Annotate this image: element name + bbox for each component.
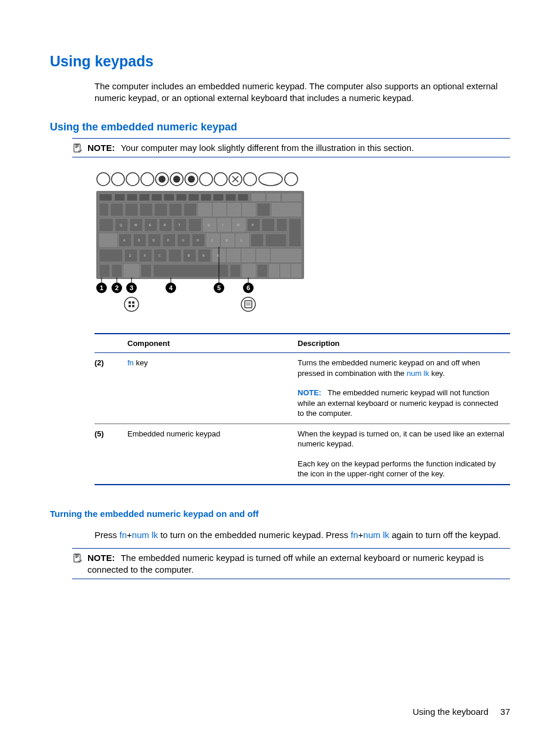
footer-page-number: 37	[500, 707, 510, 717]
svg-point-11	[244, 173, 257, 186]
table-header-description: Description	[294, 334, 510, 353]
row2-desc2: Each key on the keypad performs the func…	[294, 454, 510, 485]
svg-rect-60	[99, 234, 117, 247]
svg-rect-18	[99, 194, 112, 201]
note-content-2: NOTE:The embedded numeric keypad is turn…	[87, 552, 510, 575]
row1-desc1: Turns the embedded numeric keypad on and…	[294, 353, 510, 384]
svg-rect-33	[99, 203, 109, 216]
svg-rect-58	[276, 219, 287, 231]
svg-rect-38	[169, 203, 182, 216]
svg-rect-138	[129, 301, 131, 304]
svg-rect-30	[252, 194, 265, 201]
svg-rect-80	[227, 249, 240, 262]
row1-component: fn key	[124, 353, 294, 384]
row2-component: Embedded numeric keypad	[124, 424, 294, 454]
note-text-1: Your computer may look slightly differen…	[121, 143, 414, 153]
svg-rect-45	[272, 203, 301, 216]
svg-text:4: 4	[169, 284, 173, 291]
svg-text:2: 2	[115, 284, 119, 291]
note-icon	[72, 553, 83, 563]
svg-rect-81	[242, 249, 255, 262]
svg-rect-37	[154, 203, 167, 216]
svg-rect-31	[267, 194, 280, 201]
svg-rect-141	[132, 305, 134, 307]
svg-rect-57	[262, 219, 275, 231]
table-row: (2) fn key Turns the embedded numeric ke…	[95, 353, 510, 384]
svg-rect-24	[176, 194, 187, 201]
svg-text:I: I	[222, 223, 223, 227]
svg-point-3	[126, 173, 139, 186]
svg-rect-85	[112, 264, 122, 277]
svg-rect-19	[114, 194, 125, 201]
svg-text:U: U	[208, 223, 210, 227]
keyboard-illustration: QWER TUIOP ASDF GHJKL ZXCBNM 1 2 3 4 5 6	[95, 170, 510, 319]
svg-rect-21	[139, 194, 150, 201]
svg-rect-42	[228, 203, 241, 216]
svg-text:Z: Z	[129, 254, 131, 257]
svg-text:W: W	[134, 223, 137, 227]
svg-text:M: M	[217, 254, 220, 257]
svg-text:D: D	[153, 238, 155, 242]
svg-rect-27	[213, 194, 224, 201]
svg-rect-69	[236, 234, 249, 247]
row1-num: (2)	[95, 353, 124, 384]
svg-text:O: O	[237, 223, 239, 227]
svg-point-9	[214, 173, 227, 186]
svg-point-4	[141, 173, 154, 186]
svg-rect-67	[207, 234, 220, 247]
svg-rect-26	[201, 194, 211, 201]
table-row: (5) Embedded numeric keypad When the key…	[95, 424, 510, 454]
svg-rect-29	[238, 194, 248, 201]
row2-num: (5)	[95, 424, 124, 454]
svg-rect-22	[151, 194, 162, 201]
body-paragraph-3: Press fn+num lk to turn on the embedded …	[95, 529, 510, 541]
svg-rect-143	[245, 301, 252, 308]
svg-text:R: R	[164, 223, 166, 227]
svg-text:L: L	[241, 238, 242, 242]
note-label-1: NOTE:	[87, 143, 115, 153]
svg-text:G: G	[182, 238, 184, 242]
svg-rect-94	[292, 264, 301, 277]
svg-rect-71	[265, 234, 286, 247]
svg-rect-88	[153, 264, 228, 277]
svg-rect-28	[225, 194, 236, 201]
svg-rect-46	[99, 219, 113, 231]
svg-point-137	[124, 297, 139, 311]
svg-text:T: T	[178, 223, 180, 227]
table-header-blank	[95, 334, 124, 353]
intro-paragraph: The computer includes an embedded numeri…	[95, 80, 510, 105]
svg-point-13	[285, 173, 298, 186]
svg-text:Q: Q	[120, 223, 122, 227]
row2-desc1: When the keypad is turned on, it can be …	[294, 424, 510, 454]
svg-rect-89	[230, 264, 241, 277]
svg-point-15	[173, 176, 180, 183]
svg-text:5: 5	[217, 284, 221, 291]
svg-text:H: H	[197, 238, 199, 242]
svg-point-8	[200, 173, 212, 186]
svg-rect-40	[198, 203, 211, 216]
svg-rect-35	[125, 203, 138, 216]
svg-rect-140	[129, 305, 131, 307]
table-header-component: Component	[124, 334, 294, 353]
svg-rect-54	[218, 219, 231, 231]
svg-rect-34	[110, 203, 123, 216]
table-row: NOTE: The embedded numeric keypad will n…	[95, 383, 510, 424]
row1-note: NOTE: The embedded numeric keypad will n…	[294, 383, 510, 424]
svg-rect-36	[140, 203, 153, 216]
table-row: Each key on the keypad performs the func…	[95, 454, 510, 485]
svg-rect-92	[269, 264, 279, 277]
svg-text:1: 1	[100, 284, 103, 291]
note-icon	[72, 143, 83, 153]
svg-rect-23	[164, 194, 174, 201]
heading-using-keypads: Using keypads	[50, 53, 510, 70]
svg-rect-44	[257, 203, 270, 216]
svg-text:3: 3	[130, 284, 133, 291]
svg-rect-86	[124, 264, 139, 277]
svg-rect-82	[257, 249, 269, 262]
svg-point-1	[97, 173, 110, 186]
note-block-2: NOTE:The embedded numeric keypad is turn…	[72, 548, 510, 579]
note-block-1: NOTE:Your computer may look slightly dif…	[72, 138, 510, 158]
svg-rect-59	[289, 219, 301, 247]
svg-rect-39	[184, 203, 197, 216]
svg-rect-32	[282, 194, 301, 201]
